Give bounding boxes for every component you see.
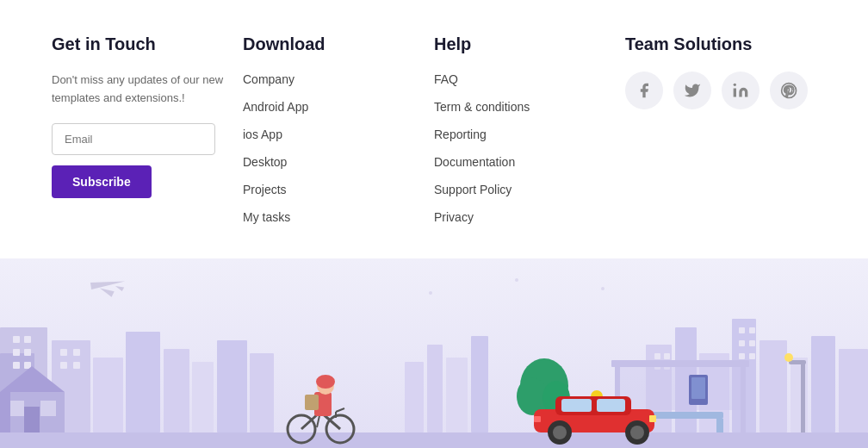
svg-rect-21 — [192, 362, 214, 432]
list-item: Company — [243, 72, 434, 87]
svg-rect-69 — [561, 399, 592, 412]
svg-rect-60 — [716, 419, 723, 432]
col-team-solutions: Team Solutions — [625, 34, 816, 225]
svg-rect-33 — [73, 362, 80, 369]
svg-point-72 — [553, 426, 567, 439]
svg-rect-62 — [691, 377, 705, 399]
social-icons — [625, 72, 816, 109]
svg-rect-64 — [801, 362, 805, 432]
svg-rect-75 — [649, 415, 656, 422]
subscribe-button[interactable]: Subscribe — [52, 165, 152, 198]
svg-rect-34 — [654, 353, 660, 359]
link-my-tasks[interactable]: My tasks — [243, 210, 290, 224]
list-item: Support Policy — [434, 182, 625, 197]
download-links: Company Android App ios App Desktop Proj… — [243, 72, 434, 225]
link-faq[interactable]: FAQ — [434, 72, 458, 86]
svg-point-66 — [784, 353, 793, 362]
col-get-in-touch: Get in Touch Don't miss any updates of o… — [52, 34, 243, 225]
list-item: Reporting — [434, 127, 625, 142]
link-android-app[interactable]: Android App — [243, 100, 308, 114]
svg-rect-49 — [0, 392, 10, 432]
svg-rect-25 — [24, 336, 31, 343]
svg-point-92 — [515, 278, 518, 282]
svg-rect-87 — [305, 395, 319, 410]
list-item: Projects — [243, 182, 434, 197]
col1-title: Get in Touch — [52, 34, 243, 54]
svg-rect-40 — [739, 340, 745, 346]
linkedin-icon[interactable] — [722, 72, 760, 109]
svg-rect-54 — [611, 360, 749, 367]
link-reporting[interactable]: Reporting — [434, 128, 487, 141]
svg-rect-11 — [405, 362, 424, 432]
svg-rect-57 — [620, 367, 741, 410]
svg-rect-28 — [13, 362, 20, 369]
col4-title: Team Solutions — [625, 34, 816, 54]
svg-rect-31 — [73, 349, 80, 356]
list-item: Privacy — [434, 209, 625, 225]
svg-rect-27 — [24, 349, 31, 356]
svg-rect-70 — [597, 399, 625, 412]
list-item: My tasks — [243, 209, 434, 225]
help-links: FAQ Term & conditions Reporting Document… — [434, 72, 625, 225]
svg-rect-19 — [126, 332, 160, 432]
svg-rect-43 — [749, 353, 755, 359]
list-item: Term & conditions — [434, 99, 625, 115]
link-support-policy[interactable]: Support Policy — [434, 183, 512, 196]
svg-rect-48 — [24, 407, 40, 432]
link-ios-app[interactable]: ios App — [243, 128, 282, 141]
link-documentation[interactable]: Documentation — [434, 155, 515, 169]
svg-rect-12 — [427, 345, 443, 432]
svg-rect-22 — [217, 340, 247, 432]
svg-point-74 — [630, 426, 644, 439]
svg-rect-32 — [60, 362, 67, 369]
svg-point-86 — [316, 375, 335, 389]
svg-rect-7 — [760, 340, 787, 432]
illustration — [0, 258, 868, 448]
svg-rect-10 — [839, 349, 868, 432]
svg-rect-18 — [93, 358, 123, 432]
facebook-icon[interactable] — [625, 72, 663, 109]
list-item: Desktop — [243, 154, 434, 170]
svg-rect-20 — [164, 349, 189, 432]
svg-point-93 — [601, 287, 604, 290]
svg-point-0 — [734, 84, 736, 86]
col-download: Download Company Android App ios App Des… — [243, 34, 434, 225]
footer-top: Get in Touch Don't miss any updates of o… — [0, 0, 868, 251]
svg-rect-30 — [60, 349, 67, 356]
svg-rect-23 — [250, 353, 274, 432]
link-projects[interactable]: Projects — [243, 183, 287, 196]
pinterest-icon[interactable] — [770, 72, 808, 109]
svg-rect-47 — [40, 401, 56, 416]
svg-rect-46 — [9, 401, 24, 416]
svg-point-91 — [429, 291, 432, 295]
svg-rect-41 — [749, 340, 755, 346]
col1-description: Don't miss any updates of our new templa… — [52, 72, 224, 108]
svg-rect-24 — [13, 336, 20, 343]
svg-rect-56 — [741, 360, 746, 432]
svg-rect-2 — [0, 432, 868, 448]
svg-rect-26 — [13, 349, 20, 356]
svg-rect-38 — [739, 327, 745, 333]
email-field[interactable] — [52, 123, 215, 155]
svg-rect-14 — [471, 336, 488, 432]
col-help: Help FAQ Term & conditions Reporting Doc… — [434, 34, 625, 225]
svg-rect-35 — [664, 353, 670, 359]
col2-title: Download — [243, 34, 434, 54]
list-item: FAQ — [434, 72, 625, 87]
col3-title: Help — [434, 34, 625, 54]
twitter-icon[interactable] — [673, 72, 711, 109]
link-desktop[interactable]: Desktop — [243, 155, 287, 169]
link-privacy[interactable]: Privacy — [434, 210, 474, 224]
svg-rect-76 — [534, 416, 541, 422]
list-item: ios App — [243, 127, 434, 142]
link-company[interactable]: Company — [243, 72, 294, 86]
link-term-conditions[interactable]: Term & conditions — [434, 100, 530, 114]
svg-rect-13 — [446, 358, 468, 432]
svg-rect-9 — [811, 336, 835, 432]
list-item: Android App — [243, 99, 434, 115]
list-item: Documentation — [434, 154, 625, 170]
svg-rect-39 — [749, 327, 755, 333]
svg-rect-42 — [739, 353, 745, 359]
cityscape-svg — [0, 258, 868, 448]
